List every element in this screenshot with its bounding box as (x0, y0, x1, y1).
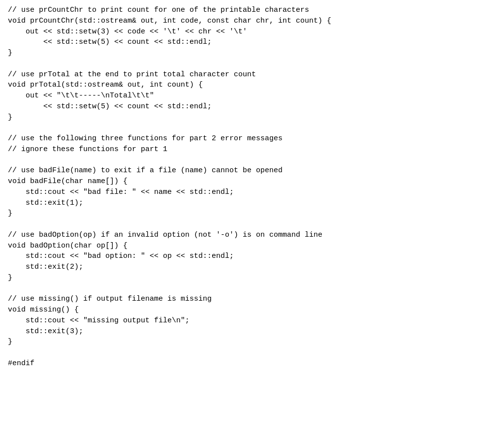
code-container: // use prCountChr to print count for one… (8, 5, 496, 369)
code-content: // use prCountChr to print count for one… (8, 5, 496, 369)
